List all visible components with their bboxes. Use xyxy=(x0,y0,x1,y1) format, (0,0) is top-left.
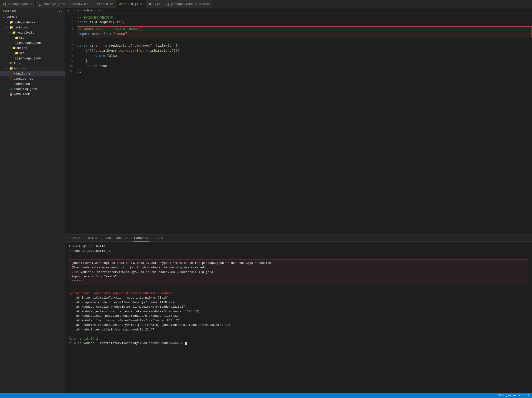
tab-package-json-root[interactable]: {} package.json \ xyxy=(0,0,36,8)
md-icon: ↓ xyxy=(94,2,96,6)
sidebar-item-vue3-2[interactable]: ▾ VUE3-2 xyxy=(0,15,65,20)
tab-package-json-shared[interactable]: {} package.json ...\shared xyxy=(163,0,212,8)
terminal-stack-7: at Function.executeUserEntryPoint [as ru… xyxy=(69,323,528,327)
folder-icon: 📁 xyxy=(15,51,19,55)
json-icon: {} xyxy=(9,77,13,81)
ts-icon: TS xyxy=(9,88,13,90)
code-line-9: 9 } xyxy=(65,59,532,64)
sidebar-item-packages[interactable]: ▾ 📁 packages xyxy=(0,25,65,30)
json-icon: {} xyxy=(3,2,6,6)
tab-suffix: ...\shared xyxy=(194,3,209,5)
chevron-down-icon: ▾ xyxy=(6,67,9,70)
breadcrumb-sep-1: › xyxy=(81,9,82,12)
line-content: return true xyxy=(77,64,532,68)
warning-line-2: (Use `node --trace-extensions...js` to s… xyxy=(71,265,526,270)
code-line-10: 10 return true xyxy=(65,64,532,69)
tab-terminal[interactable]: TERMINAL xyxy=(133,235,149,242)
sidebar-item-package-json-shared[interactable]: {} package.json xyxy=(0,56,65,61)
editor-area: scripts › JS build.js › ... 1 // 获取需要打包的… xyxy=(65,8,532,393)
status-bar: CSDN @youyoufenglai xyxy=(0,393,532,398)
tab-debug-console[interactable]: DEBUG CONSOLE xyxy=(103,235,129,242)
sidebar-item-label: scripts xyxy=(13,67,65,70)
yarn-icon: 🔒 xyxy=(9,92,13,96)
terminal-stack-1: at internalCompileFunction (node:interna… xyxy=(69,295,528,300)
breadcrumb-sep-2: › xyxy=(101,9,103,12)
sidebar-item-label: VUE3-2 xyxy=(6,16,65,19)
code-line-1: 1 // 获取需要打包的文件 xyxy=(65,15,532,20)
terminal-stack-3: at Module._compile (node:internal/module… xyxy=(69,305,528,309)
terminal-stack-4: at Module._extensions..js (node:internal… xyxy=(69,309,528,314)
sidebar: EXPLORER ··· ▾ VUE3-2 › 📁 node_modules ▾… xyxy=(0,8,65,393)
tab-bar: {} package.json \ {} package.json ...\re… xyxy=(0,0,532,8)
tab-label: package.json xyxy=(171,2,193,6)
chevron-down-icon: ▾ xyxy=(3,16,6,19)
code-line-5: 5 xyxy=(65,39,532,44)
line-number: 7 xyxy=(65,49,77,52)
sidebar-item-record-md[interactable]: ↓ record.md xyxy=(0,81,65,86)
warning-line-1: (node:14856) Warning: To load an ES modu… xyxy=(71,261,526,266)
code-line-6: 6 const dirs = fs.readdirSync("packages"… xyxy=(65,44,532,49)
sidebar-item-label: build.js xyxy=(16,72,65,75)
sidebar-item-package-json-root[interactable]: {} package.json xyxy=(0,76,65,81)
md-icon: ↓ xyxy=(9,82,13,86)
sidebar-item-label: yarn.lock xyxy=(13,92,65,96)
terminal-stack-8: at node:internal/main/run_main_module:23… xyxy=(69,327,528,332)
breadcrumb-build-js: build.js xyxy=(87,9,101,12)
terminal-node-version: Node.js v18.14.2 xyxy=(69,337,528,341)
terminal-ps: PS D:\suyou\dellImport\interview\study\v… xyxy=(69,341,528,346)
tab-label: record.md xyxy=(97,2,113,6)
sidebar-item-scripts[interactable]: ▾ 📁 scripts xyxy=(0,66,65,71)
line-content xyxy=(77,39,532,42)
sidebar-item-src-reactivity[interactable]: › 📁 src xyxy=(0,35,65,40)
more-icon[interactable]: ··· xyxy=(57,10,62,13)
folder-icon: 📁 xyxy=(12,31,16,34)
js-icon: JS xyxy=(9,62,13,65)
folder-icon: 📁 xyxy=(9,26,13,29)
line-content: }) xyxy=(77,69,532,73)
sidebar-item-node-modules[interactable]: › 📁 node_modules xyxy=(0,20,65,25)
code-editor[interactable]: 1 // 获取需要打包的文件 2 const fs = require('fs'… xyxy=(65,13,532,235)
line-number: 6 xyxy=(65,44,77,47)
tab-record-md[interactable]: ↓ record.md xyxy=(91,0,117,8)
tab-output[interactable]: OUTPUT xyxy=(87,235,100,242)
json-icon: {} xyxy=(15,57,19,60)
sidebar-item-reactivity[interactable]: ▾ 📁 reactivity xyxy=(0,30,65,35)
terminal-stack-2: at wrapSafe (node:internal/modules/cjs/l… xyxy=(69,300,528,305)
folder-icon: 📁 xyxy=(12,46,16,50)
sidebar-item-yarn-lock[interactable]: 🔒 yarn.lock xyxy=(0,91,65,97)
tab-problems[interactable]: PROBLEMS xyxy=(67,235,83,242)
sidebar-item-label: src xyxy=(19,36,65,39)
sidebar-item-src-shared[interactable]: › 📁 src xyxy=(0,51,65,56)
sidebar-item-label: tsconfig.json xyxy=(13,87,65,91)
sidebar-item-build-js[interactable]: JS build.js xyxy=(0,71,65,76)
tab-package-json-reactivity[interactable]: {} package.json ...\reactivity xyxy=(36,0,91,8)
sidebar-item-label: package.json xyxy=(19,41,65,45)
line-content: // const execa = require('execa') xyxy=(77,27,531,31)
sidebar-item-1-js[interactable]: JS 1.js xyxy=(0,61,65,66)
tab-close-button[interactable]: ✕ xyxy=(139,2,143,6)
sidebar-header-icons: ··· xyxy=(57,10,62,13)
breadcrumb-js-icon: JS xyxy=(83,9,86,12)
json-icon: {} xyxy=(166,2,170,6)
sidebar-item-tsconfig-json[interactable]: TS tsconfig.json xyxy=(0,86,65,91)
folder-icon: 📁 xyxy=(15,36,19,39)
tab-suffix: \ xyxy=(31,3,32,5)
js-icon: JS xyxy=(119,3,122,6)
line-numbers-highlight xyxy=(65,26,77,38)
tab-1-js[interactable]: JS 1.js xyxy=(146,0,163,8)
tab-suffix: ...\reactivity xyxy=(67,3,88,5)
js-icon: JS xyxy=(12,72,16,75)
line-number: 10 xyxy=(65,64,77,68)
sidebar-item-label: reactivity xyxy=(16,31,65,34)
tab-label: build.js xyxy=(124,2,138,6)
terminal-content[interactable]: > vue3-2@1.0.0 build > node scripts/buil… xyxy=(65,242,532,393)
sidebar-item-shared[interactable]: ▾ 📁 shared xyxy=(0,46,65,51)
tab-ports[interactable]: PORTS xyxy=(153,235,164,242)
sidebar-item-package-json-reactivity[interactable]: {} package.json xyxy=(0,40,65,46)
highlighted-lines-3-4: 3 // const execa = require('execa') 4 im… xyxy=(65,26,532,38)
tab-build-js[interactable]: JS build.js ✕ xyxy=(117,0,146,8)
js-icon: JS xyxy=(148,3,152,5)
terminal-cursor xyxy=(185,342,187,345)
chevron-right-icon: › xyxy=(11,52,15,54)
line-number: 5 xyxy=(65,39,77,42)
